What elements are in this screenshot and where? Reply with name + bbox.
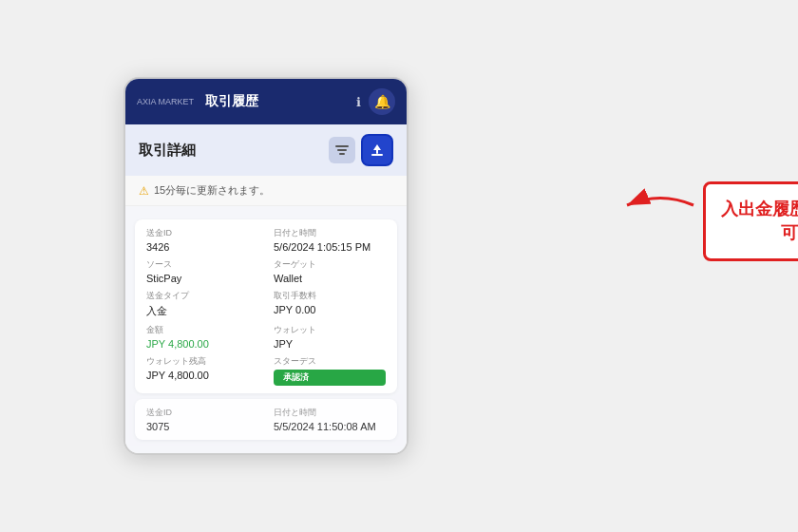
transfer-type-group: 送金タイプ 入金 bbox=[146, 290, 258, 318]
warning-icon: ⚠ bbox=[139, 184, 149, 198]
callout-box: 入出金履歴の出力が可能 bbox=[703, 181, 798, 261]
warning-bar: ⚠ 15分毎に更新されます。 bbox=[125, 176, 407, 206]
datetime-2-value: 5/5/2024 11:50:08 AM bbox=[274, 421, 386, 432]
app-header: AXIA MARKET 取引履歴 ℹ 🔔 bbox=[125, 79, 407, 124]
svg-rect-2 bbox=[339, 153, 345, 155]
transaction-card: 送金ID 3426 日付と時間 5/6/2024 1:05:15 PM ソース … bbox=[135, 219, 397, 393]
export-icon bbox=[370, 142, 385, 158]
status-badge: 承認済 bbox=[274, 370, 386, 386]
amount-group: 金額 JPY 4,800.00 bbox=[146, 324, 258, 350]
field-row-1: 送金ID 3426 日付と時間 5/6/2024 1:05:15 PM bbox=[146, 227, 386, 253]
filter-icon bbox=[335, 144, 349, 156]
callout-arrow bbox=[622, 186, 698, 224]
wallet-group: ウォレット JPY bbox=[274, 324, 386, 350]
warning-text: 15分毎に更新されます。 bbox=[154, 183, 270, 198]
field-row-2-1: 送金ID 3075 日付と時間 5/5/2024 11:50:08 AM bbox=[146, 407, 386, 432]
datetime-2-group: 日付と時間 5/5/2024 11:50:08 AM bbox=[274, 407, 386, 432]
wallet-label: ウォレット bbox=[274, 324, 386, 336]
fee-value: JPY 0.00 bbox=[274, 304, 386, 315]
callout-text: 入出金履歴の出力が可能 bbox=[721, 200, 798, 242]
remittance-id-label: 送金ID bbox=[146, 227, 258, 239]
balance-label: ウォレット残高 bbox=[146, 355, 258, 368]
sub-header: 取引詳細 bbox=[125, 124, 407, 176]
transfer-type-label: 送金タイプ bbox=[146, 290, 258, 302]
target-label: ターゲット bbox=[274, 258, 386, 271]
header-title: 取引履歴 bbox=[205, 93, 349, 110]
remittance-id-2-label: 送金ID bbox=[146, 407, 258, 419]
info-icon[interactable]: ℹ bbox=[356, 95, 361, 109]
filter-button[interactable] bbox=[329, 137, 355, 163]
svg-rect-0 bbox=[335, 145, 349, 147]
source-label: ソース bbox=[146, 258, 258, 271]
export-button[interactable] bbox=[361, 134, 393, 166]
balance-value: JPY 4,800.00 bbox=[146, 370, 258, 381]
datetime-value: 5/6/2024 1:05:15 PM bbox=[274, 241, 386, 253]
logo: AXIA MARKET bbox=[137, 97, 194, 107]
target-group: ターゲット Wallet bbox=[274, 258, 386, 284]
field-row-4: 金額 JPY 4,800.00 ウォレット JPY bbox=[146, 324, 386, 350]
transaction-card-2: 送金ID 3075 日付と時間 5/5/2024 11:50:08 AM bbox=[135, 399, 397, 440]
header-actions bbox=[329, 134, 393, 166]
wallet-value: JPY bbox=[274, 338, 386, 350]
svg-rect-1 bbox=[337, 149, 347, 151]
fee-label: 取引手数料 bbox=[274, 290, 386, 302]
datetime-label: 日付と時間 bbox=[274, 227, 386, 239]
svg-rect-3 bbox=[371, 154, 383, 156]
datetime-2-label: 日付と時間 bbox=[274, 407, 386, 419]
svg-rect-5 bbox=[376, 149, 378, 154]
page-title: 取引詳細 bbox=[139, 142, 196, 160]
fee-group: 取引手数料 JPY 0.00 bbox=[274, 290, 386, 318]
remittance-id-2-value: 3075 bbox=[146, 421, 258, 432]
field-row-2: ソース SticPay ターゲット Wallet bbox=[146, 258, 386, 284]
field-row-3: 送金タイプ 入金 取引手数料 JPY 0.00 bbox=[146, 290, 386, 318]
bell-icon[interactable]: 🔔 bbox=[369, 88, 395, 115]
source-group: ソース SticPay bbox=[146, 258, 258, 284]
target-value: Wallet bbox=[274, 273, 386, 284]
amount-value: JPY 4,800.00 bbox=[146, 338, 258, 350]
amount-label: 金額 bbox=[146, 324, 258, 336]
callout-annotation: 入出金履歴の出力が可能 bbox=[703, 181, 798, 261]
datetime-group: 日付と時間 5/6/2024 1:05:15 PM bbox=[274, 227, 386, 253]
page-wrapper: AXIA MARKET 取引履歴 ℹ 🔔 取引詳細 bbox=[124, 77, 674, 455]
phone-frame: AXIA MARKET 取引履歴 ℹ 🔔 取引詳細 bbox=[124, 77, 408, 455]
remittance-id-2-group: 送金ID 3075 bbox=[146, 407, 258, 432]
source-value: SticPay bbox=[146, 273, 258, 284]
status-label: スターデス bbox=[274, 355, 386, 368]
transfer-type-value: 入金 bbox=[146, 304, 258, 318]
remittance-id-value: 3426 bbox=[146, 241, 258, 253]
status-group: スターデス 承認済 bbox=[274, 355, 386, 386]
balance-group: ウォレット残高 JPY 4,800.00 bbox=[146, 355, 258, 386]
field-row-5: ウォレット残高 JPY 4,800.00 スターデス 承認済 bbox=[146, 355, 386, 386]
content-area: 送金ID 3426 日付と時間 5/6/2024 1:05:15 PM ソース … bbox=[125, 206, 407, 453]
remittance-id-group: 送金ID 3426 bbox=[146, 227, 258, 253]
